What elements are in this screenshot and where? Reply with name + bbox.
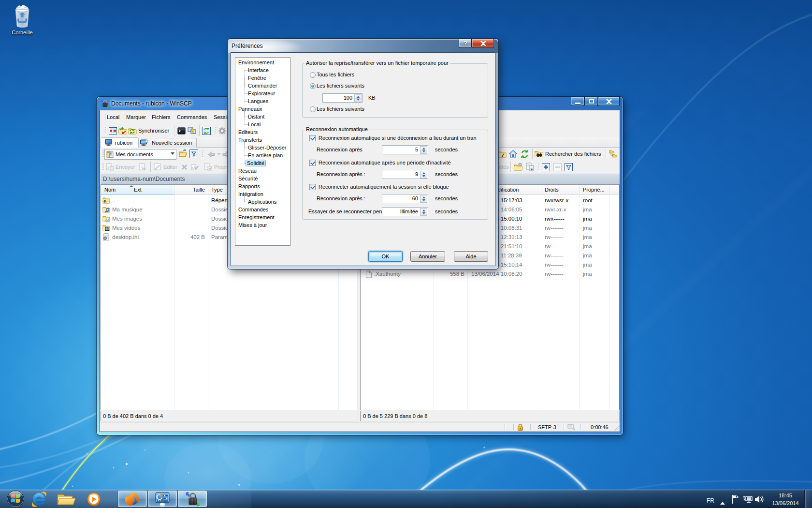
- svg-text:xA: xA: [192, 166, 196, 169]
